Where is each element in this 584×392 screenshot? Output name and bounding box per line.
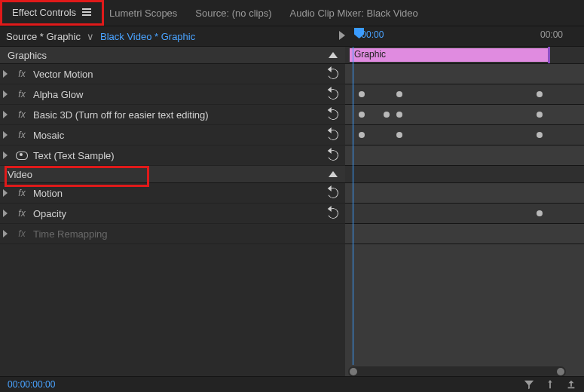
reset-button[interactable] <box>326 130 341 140</box>
fx-badge-icon[interactable]: fx <box>15 188 29 198</box>
reset-icon <box>326 87 340 101</box>
disclose-icon[interactable] <box>0 69 11 80</box>
keyframe-icon[interactable] <box>396 132 402 138</box>
fx-badge-icon[interactable]: fx <box>15 208 29 219</box>
effect-controls-main: Graphics fx Vector Motion fx Alpha Glow … <box>0 47 584 378</box>
disclose-icon[interactable] <box>0 208 11 219</box>
track-text[interactable] <box>345 145 584 166</box>
fx-badge-icon[interactable]: fx <box>15 89 29 100</box>
fx-badge-icon[interactable]: fx <box>15 228 29 239</box>
clip-breadcrumb: Source * Graphic ∨ Black Video * Graphic <box>0 26 351 46</box>
effect-basic-3d[interactable]: fx Basic 3D (Turn off for easier text ed… <box>0 105 345 125</box>
section-label: Video <box>8 169 32 180</box>
effect-vector-motion[interactable]: fx Vector Motion <box>0 64 345 84</box>
keyframe-icon[interactable] <box>396 91 402 97</box>
ruler-timecode-start: :00:00 <box>359 29 384 40</box>
track-vector-motion[interactable] <box>345 64 584 84</box>
fx-badge-icon[interactable]: fx <box>15 69 29 79</box>
tab-effect-controls[interactable]: Effect Controls <box>5 1 102 26</box>
breadcrumb-separator: ∨ <box>87 31 94 42</box>
effect-label: Vector Motion <box>33 69 321 80</box>
effect-motion[interactable]: fx Motion <box>0 183 345 204</box>
tab-label: Effect Controls <box>12 7 76 18</box>
reset-icon <box>326 207 340 220</box>
panel-footer: 00:00:00:00 <box>0 376 584 392</box>
footer-timecode[interactable]: 00:00:00:00 <box>8 379 55 390</box>
reset-icon <box>326 186 340 200</box>
panel-menu-icon[interactable] <box>82 8 91 16</box>
keyframe-icon[interactable] <box>384 112 390 118</box>
track-section-graphics: Graphic <box>345 47 584 64</box>
export-icon[interactable] <box>566 379 576 390</box>
playhead-line[interactable] <box>353 47 353 365</box>
reset-button[interactable] <box>326 188 341 198</box>
effect-text-text-sample[interactable]: Text (Text Sample) <box>0 145 345 166</box>
track-motion[interactable] <box>345 183 584 204</box>
effect-timeline[interactable]: Graphic <box>345 47 584 378</box>
breadcrumb-sequence-link[interactable]: Black Video * Graphic <box>100 31 195 42</box>
keyframe-only-icon[interactable] <box>545 379 555 390</box>
track-section-video <box>345 166 584 183</box>
keyframe-icon[interactable] <box>359 112 365 118</box>
keyframe-icon[interactable] <box>537 210 543 216</box>
reset-button[interactable] <box>326 89 341 100</box>
reset-button[interactable] <box>326 150 341 161</box>
keyframe-icon[interactable] <box>359 91 365 97</box>
tab-label: Source: (no clips) <box>195 8 271 19</box>
effect-label: Alpha Glow <box>33 89 321 100</box>
play-icon[interactable] <box>339 31 345 40</box>
disclose-icon[interactable] <box>0 89 11 100</box>
track-time-remapping[interactable] <box>345 224 584 244</box>
footer-icon-group <box>524 379 576 390</box>
tab-label: Audio Clip Mixer: Black Video <box>290 8 418 19</box>
tab-lumetri-scopes[interactable]: Lumetri Scopes <box>102 2 188 25</box>
mini-time-ruler[interactable]: :00:00 00:00 <box>351 26 584 46</box>
section-header-video[interactable]: Video <box>0 166 345 183</box>
keyframe-icon[interactable] <box>537 112 543 118</box>
reset-button[interactable] <box>326 109 341 120</box>
clip-out-marker[interactable] <box>548 47 550 63</box>
keyframe-icon[interactable] <box>396 112 402 118</box>
effect-opacity[interactable]: fx Opacity <box>0 204 345 224</box>
disclose-icon[interactable] <box>0 228 11 240</box>
breadcrumb-source: Source * Graphic <box>6 31 81 42</box>
keyframe-icon[interactable] <box>537 91 543 97</box>
collapse-up-icon[interactable] <box>329 171 338 177</box>
fx-badge-icon[interactable]: fx <box>15 130 29 140</box>
disclose-icon[interactable] <box>0 150 11 161</box>
fx-badge-icon[interactable]: fx <box>15 109 29 120</box>
tab-source[interactable]: Source: (no clips) <box>188 2 282 25</box>
reset-icon <box>326 149 340 162</box>
reset-icon <box>326 128 340 142</box>
reset-icon <box>326 67 340 81</box>
effect-time-remapping[interactable]: fx Time Remapping <box>0 224 345 244</box>
collapse-up-icon[interactable] <box>329 52 338 58</box>
keyframe-icon[interactable] <box>359 132 365 138</box>
tab-audio-clip-mixer[interactable]: Audio Clip Mixer: Black Video <box>283 2 429 25</box>
visibility-eye-icon[interactable] <box>15 152 29 160</box>
disclose-icon[interactable] <box>0 130 11 141</box>
effect-label: Motion <box>33 188 321 199</box>
track-alpha-glow[interactable] <box>345 84 584 105</box>
effects-list: Graphics fx Vector Motion fx Alpha Glow … <box>0 47 345 378</box>
filter-icon[interactable] <box>524 379 534 390</box>
keyframe-icon[interactable] <box>537 132 543 138</box>
reset-button[interactable] <box>326 208 341 219</box>
section-header-graphics[interactable]: Graphics <box>0 47 345 64</box>
effect-label: Mosaic <box>33 130 321 141</box>
effect-mosaic[interactable]: fx Mosaic <box>0 125 345 145</box>
disclose-icon[interactable] <box>0 109 11 121</box>
scroll-thumb-right[interactable] <box>557 368 564 375</box>
effect-label: Opacity <box>33 208 321 219</box>
horizontal-scrollbar[interactable] <box>348 366 566 377</box>
track-mosaic[interactable] <box>345 125 584 145</box>
effect-alpha-glow[interactable]: fx Alpha Glow <box>0 84 345 105</box>
scroll-thumb-left[interactable] <box>350 368 357 375</box>
effect-label: Time Remapping <box>33 228 321 240</box>
track-opacity[interactable] <box>345 204 584 224</box>
clip-bar-graphic[interactable]: Graphic <box>350 48 549 62</box>
disclose-icon[interactable] <box>0 188 11 199</box>
reset-button[interactable] <box>326 69 341 79</box>
effect-label: Basic 3D (Turn off for easier text editi… <box>33 109 321 121</box>
track-basic-3d[interactable] <box>345 105 584 125</box>
